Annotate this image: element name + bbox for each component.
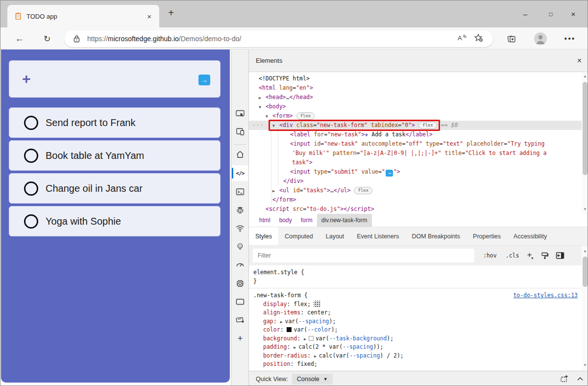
application-window-icon[interactable] <box>232 294 248 309</box>
styles-scrollbar[interactable]: ▲ ▼ <box>582 246 588 371</box>
pseudo-state-toggle[interactable]: :hov <box>483 252 497 259</box>
address-bar[interactable]: https://microsoftedge.github.io/Demos/de… <box>64 30 493 47</box>
new-style-rule-button[interactable]: +▾ <box>527 250 534 260</box>
breadcrumb-item[interactable]: body <box>275 214 296 227</box>
url-text: https://microsoftedge.github.io/Demos/de… <box>87 35 454 43</box>
dom-tree-line[interactable]: <!DOCTYPE html> <box>249 74 582 83</box>
dom-tree-line[interactable]: ▼<form>flex <box>249 111 582 121</box>
css-rule-line[interactable]: } <box>249 277 582 286</box>
breadcrumb-item[interactable]: form <box>296 214 317 227</box>
task-item[interactable]: Book table at YamYam <box>9 140 220 171</box>
task-checkbox-circle[interactable] <box>24 214 38 229</box>
flex-badge[interactable]: flex <box>296 112 315 120</box>
quick-view-bar: Quick View: Console ▼ <box>249 371 588 386</box>
collections-icon[interactable] <box>504 31 519 46</box>
dom-tree-line[interactable]: ▶<ul id="tasks">…</ul>flex <box>249 186 582 195</box>
dom-tree-line[interactable]: <html lang="en"> <box>249 83 582 93</box>
css-property-line[interactable]: color: var(--color); <box>249 326 582 335</box>
css-rule-selector[interactable]: .new-task-form {to-do-styles.css:13 <box>249 291 582 300</box>
flex-badge[interactable]: flex <box>418 122 437 129</box>
breadcrumb-item[interactable]: div.new-task-form <box>317 214 372 227</box>
css-property-line[interactable]: background: ▶var(--task-background); <box>249 335 582 343</box>
quick-view-dropdown[interactable]: Console ▼ <box>292 374 333 385</box>
dom-tree-line[interactable]: <input type="submit" value="→"> <box>249 167 582 177</box>
task-checkbox-circle[interactable] <box>24 149 38 163</box>
add-task-submit-button[interactable]: → <box>198 75 210 85</box>
back-button[interactable]: ← <box>12 31 27 46</box>
memory-chip-icon[interactable] <box>232 276 248 291</box>
dom-tree-line[interactable]: ▼<body> <box>249 102 582 111</box>
css-property-line[interactable]: position: fixed; <box>249 360 582 369</box>
rendering-brush-icon[interactable] <box>540 252 549 260</box>
tab-close-icon[interactable]: × <box>144 12 154 21</box>
browser-tab[interactable]: TODO app × <box>7 5 159 27</box>
breadcrumb-item[interactable]: html <box>255 214 275 227</box>
css-property-line[interactable]: padding: ▶calc(2 * var(--spacing)); <box>249 343 582 352</box>
elements-code-icon[interactable]: </> <box>232 165 248 181</box>
reload-button[interactable]: ↻ <box>40 31 54 46</box>
css-property-line[interactable]: gap: ▶var(--spacing); <box>249 317 582 326</box>
favorites-star-icon[interactable] <box>470 33 487 45</box>
restore-panel-icon[interactable] <box>560 375 569 384</box>
dom-tree-line[interactable]: ···▼<div class="new-task-form" tabindex=… <box>249 121 582 130</box>
tab-layout[interactable]: Layout <box>319 227 351 245</box>
add-tools-plus-icon[interactable]: + <box>232 331 248 346</box>
task-item[interactable]: Send report to Frank <box>9 107 220 138</box>
dom-tree-line[interactable]: 'Buy milk'" pattern="[a-z|A-Z|0-9| |,|;|… <box>249 149 582 158</box>
network-icon[interactable] <box>232 220 248 236</box>
dom-tree-line[interactable]: <input id="new-task" autocomplete="off" … <box>249 139 582 149</box>
element-classes-toggle[interactable]: .cls <box>506 252 519 259</box>
css-property-line[interactable]: display: flex; <box>249 300 582 309</box>
close-window-button[interactable]: × <box>562 0 585 27</box>
css-overview-icon[interactable] <box>232 312 248 328</box>
dom-tree-scrollbar[interactable]: ▲ ▼ <box>582 72 588 214</box>
devtools-panel: Elements × <!DOCTYPE html><html lang="en… <box>248 50 588 386</box>
tab-dom-breakpoints[interactable]: DOM Breakpoints <box>405 227 466 245</box>
inspect-icon[interactable] <box>232 106 248 122</box>
lighthouse-bulb-icon[interactable] <box>232 239 248 255</box>
tab-styles[interactable]: Styles <box>249 227 278 245</box>
performance-gauge-icon[interactable] <box>232 257 248 273</box>
new-task-form[interactable]: + → <box>9 60 220 98</box>
dom-tree-line[interactable]: </form> <box>249 195 582 205</box>
css-rule-line[interactable]: element.style { <box>249 268 582 277</box>
computed-sidebar-toggle-icon[interactable] <box>556 252 564 259</box>
tab-computed[interactable]: Computed <box>278 227 319 245</box>
new-tab-button[interactable]: + <box>164 7 178 19</box>
task-item[interactable]: Yoga with Sophie <box>9 206 220 236</box>
welcome-home-icon[interactable] <box>232 147 248 162</box>
tab-accessibility[interactable]: Accessibility <box>507 227 553 245</box>
profile-avatar[interactable] <box>533 31 548 46</box>
dom-tree-line[interactable]: ▶<head>…</head> <box>249 93 582 102</box>
console-icon[interactable] <box>232 184 248 200</box>
stylesheet-source-link[interactable]: to-do-styles.css:13 <box>513 291 578 300</box>
title-bar: TODO app × + – □ × <box>0 0 588 27</box>
tab-properties[interactable]: Properties <box>466 227 507 245</box>
devtools-activity-bar: </> <box>231 50 248 386</box>
devtools-close-icon[interactable]: × <box>577 56 582 65</box>
task-item[interactable]: Change oil in Jans car <box>9 173 220 204</box>
task-checkbox-circle[interactable] <box>24 116 38 130</box>
chevron-up-icon[interactable] <box>577 376 584 383</box>
issues-bug-icon[interactable] <box>232 202 248 218</box>
chevron-down-icon: ▼ <box>323 377 328 382</box>
dom-tree-line[interactable]: <script src="to-do.js"></script> <box>249 205 582 214</box>
device-emulation-icon[interactable] <box>232 124 248 139</box>
minimize-button[interactable]: – <box>514 0 537 27</box>
dom-tree-line[interactable]: </div> <box>249 177 582 186</box>
read-aloud-icon[interactable]: A <box>454 34 470 44</box>
todo-app-page: + → Send report to FrankBook table at Ya… <box>0 50 231 386</box>
browser-toolbar: ← ↻ https://microsoftedge.github.io/Demo… <box>0 27 588 50</box>
dom-tree-line[interactable]: <label for="new-task">✚ Add a task</labe… <box>249 130 582 139</box>
css-property-line[interactable]: align-items: center; <box>249 309 582 317</box>
dom-tree-line[interactable]: task"> <box>249 158 582 167</box>
more-menu-icon[interactable]: ••• <box>562 31 578 46</box>
styles-filter-input[interactable] <box>253 249 474 262</box>
maximize-button[interactable]: □ <box>539 0 562 27</box>
todo-favicon <box>14 12 22 20</box>
css-property-line[interactable]: border-radius: ▶calc(var(--spacing) / 2)… <box>249 352 582 360</box>
task-checkbox-circle[interactable] <box>24 181 38 196</box>
tab-event-listeners[interactable]: Event Listeners <box>350 227 405 245</box>
styles-pane: element.style {}.new-task-form {to-do-st… <box>249 265 582 371</box>
flex-badge[interactable]: flex <box>354 187 372 194</box>
